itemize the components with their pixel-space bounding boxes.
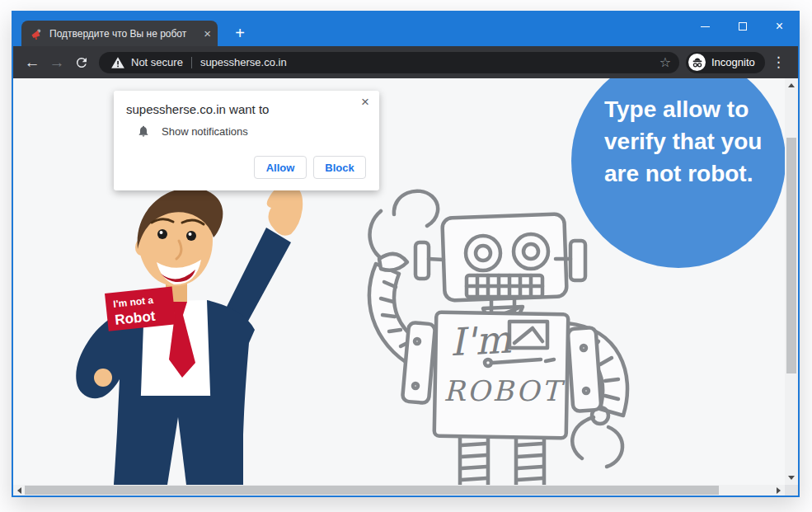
incognito-label: Incognito [711,56,755,68]
desktop: Подтвердите что Вы не робот × + × ← → [0,0,812,512]
security-label: Not secure [131,56,183,68]
dialog-buttons: Allow Block [254,156,366,179]
browser-window: Подтвердите что Вы не робот × + × ← → [12,11,800,497]
vertical-scrollbar[interactable] [785,78,798,485]
titlebar: Подтвердите что Вы не робот × + × [13,12,798,46]
not-secure-warning-icon[interactable] [110,55,125,70]
bell-icon [137,124,150,139]
horizontal-scrollbar[interactable] [13,485,785,496]
block-button[interactable]: Block [313,156,366,179]
tab-close-icon[interactable]: × [204,27,211,40]
permission-text: Show notifications [162,125,248,138]
back-button[interactable]: ← [20,54,45,70]
tab-title: Подтвердите что Вы не робот [49,28,197,40]
scroll-right-arrow-icon[interactable] [777,487,781,494]
scroll-down-arrow-icon[interactable] [788,476,795,480]
robot-chest-text-line1: I'm [448,317,513,364]
maximize-icon [739,22,747,31]
browser-toolbar: ← → Not secure supessherse.co.in [13,46,798,78]
horizontal-scrollbar-thumb[interactable] [25,486,719,495]
site-favicon-icon [30,27,43,40]
reload-button[interactable] [69,55,94,70]
robot-chest-text-line2: ROBOT [444,374,566,407]
window-controls: × [687,12,798,40]
reload-icon [74,55,89,70]
close-icon: × [776,20,783,33]
bubble-line: Type allow to [604,93,773,125]
incognito-badge: Incognito [686,52,765,73]
address-bar[interactable]: Not secure supessherse.co.in ☆ [99,52,679,73]
scroll-up-arrow-icon[interactable] [788,83,795,87]
browser-menu-button[interactable]: ⋮ [772,54,786,71]
new-tab-button[interactable]: + [229,24,251,44]
cartoon-man-illustration: I'm not a Robot [52,176,324,485]
dialog-title: supessherse.co.in want to [126,102,269,116]
incognito-avatar [688,54,706,71]
bookmark-star-icon[interactable]: ☆ [659,54,671,70]
bubble-line: verify that you [604,125,773,157]
dialog-close-icon[interactable]: × [361,94,369,110]
scrollbar-corner [785,485,798,496]
incognito-icon [692,57,703,68]
bubble-text: Type allow to verify that you are not ro… [604,93,773,190]
close-window-button[interactable]: × [761,12,798,40]
permission-row: Show notifications [137,124,248,139]
forward-button[interactable]: → [45,54,69,70]
scroll-left-arrow-icon[interactable] [17,487,21,494]
url-text[interactable]: supessherse.co.in [200,56,659,68]
notification-permission-dialog: supessherse.co.in want to × Show notific… [114,91,379,190]
allow-button[interactable]: Allow [254,156,307,179]
url-separator [191,57,192,68]
sketch-robot-illustration: I'm ROBOT [346,183,643,485]
maximize-button[interactable] [724,12,761,40]
vertical-scrollbar-thumb[interactable] [786,138,796,373]
minimize-icon [701,26,710,27]
minimize-button[interactable] [687,12,724,40]
browser-tab[interactable]: Подтвердите что Вы не робот × [21,21,218,46]
